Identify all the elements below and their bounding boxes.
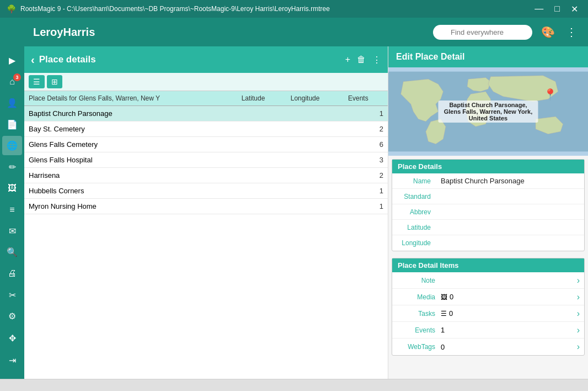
- titlebar-left: 🌳 RootsMagic 9 - C:\Users\harri\Document…: [7, 4, 330, 13]
- sidebar-item-print[interactable]: 🖨: [2, 264, 22, 283]
- table-row[interactable]: Hubbells Corners 1: [24, 183, 388, 199]
- item-icon: ☰: [441, 310, 447, 318]
- row-longitude: [286, 168, 344, 183]
- sidebar-item-home[interactable]: ⌂ 3: [2, 72, 22, 92]
- color-palette-icon[interactable]: 🎨: [539, 23, 557, 41]
- row-name: Harrisena: [24, 168, 237, 183]
- statusbar: [0, 379, 588, 391]
- row-longitude: [286, 183, 344, 199]
- table-row[interactable]: Glens Falls Hospital 3: [24, 152, 388, 168]
- col-name: Place Details for Glens Falls, Warren, N…: [24, 91, 237, 106]
- table-row[interactable]: Bay St. Cemetery 2: [24, 121, 388, 137]
- place-item-row[interactable]: Tasks ☰0 ›: [392, 305, 584, 322]
- table-row[interactable]: Harrisena 2: [24, 168, 388, 183]
- item-label: Media: [397, 293, 441, 301]
- chevron-right-icon[interactable]: ›: [577, 342, 580, 352]
- place-item-row[interactable]: Events 1 ›: [392, 322, 584, 339]
- map-container: Baptist Church Parsonage, Glens Falls, W…: [388, 67, 588, 156]
- place-item-row[interactable]: Media 🖼0 ›: [392, 289, 584, 305]
- chevron-right-icon[interactable]: ›: [577, 309, 580, 319]
- detail-field-row: Latitude: [392, 220, 584, 235]
- more-button[interactable]: ⋮: [372, 55, 381, 65]
- item-label: Events: [397, 326, 441, 334]
- settings-icon: ⚙: [8, 311, 16, 321]
- item-value: ☰0: [441, 309, 577, 318]
- document-icon: 📄: [7, 119, 18, 130]
- sidebar: ▶ ⌂ 3 👤 📄 🌐 ✏ 🖼 ≡ ✉ 🔍 🖨: [0, 46, 24, 379]
- minimize-button[interactable]: —: [531, 3, 547, 15]
- move-icon: ✥: [9, 333, 16, 344]
- sidebar-item-mail[interactable]: ✉: [2, 221, 22, 241]
- sidebar-item-settings[interactable]: ⚙: [2, 307, 22, 326]
- sidebar-item-search[interactable]: 🔍: [2, 242, 22, 262]
- detail-field-row: Standard: [392, 189, 584, 204]
- export-icon: ⇥: [9, 355, 16, 366]
- print-icon: 🖨: [8, 268, 17, 278]
- place-items-section: Place Detail Items Note › Media 🖼0 › Tas…: [392, 258, 585, 356]
- list-view-button[interactable]: ☰: [29, 75, 45, 88]
- sidebar-item-move[interactable]: ✥: [2, 328, 22, 348]
- edit-header: Edit Place Detail: [388, 46, 588, 67]
- detail-value: [436, 210, 584, 214]
- people-icon: 👤: [7, 98, 18, 108]
- sidebar-bottom: ✥ ⇥: [2, 328, 22, 374]
- chevron-right-icon[interactable]: ›: [577, 325, 580, 335]
- titlebar-controls: — □ ✕: [531, 3, 581, 15]
- chevron-right-icon[interactable]: ›: [577, 276, 580, 286]
- search-input[interactable]: [433, 25, 532, 40]
- sidebar-item-documents[interactable]: 📄: [2, 115, 22, 134]
- more-options-icon[interactable]: ⋮: [564, 23, 579, 41]
- map-view-button[interactable]: ⊞: [47, 75, 62, 88]
- search-wrapper: [433, 25, 532, 40]
- table-row[interactable]: Myron Nursing Home 1: [24, 199, 388, 214]
- row-events: 2: [344, 168, 388, 183]
- close-button[interactable]: ✕: [568, 3, 581, 15]
- detail-field-row: Name Baptist Church Parsonage: [392, 173, 584, 189]
- table-row[interactable]: Glens Falls Cemetery 6: [24, 137, 388, 152]
- places-table: Place Details for Glens Falls, Warren, N…: [24, 91, 388, 379]
- row-name: Myron Nursing Home: [24, 199, 237, 214]
- detail-value: [436, 225, 584, 230]
- row-longitude: [286, 106, 344, 121]
- edit-title: Edit Place Detail: [396, 52, 465, 61]
- sidebar-item-export[interactable]: ⇥: [2, 350, 22, 370]
- col-events: Events: [344, 91, 388, 106]
- place-fields: Name Baptist Church Parsonage Standard A…: [392, 173, 584, 251]
- table-row[interactable]: Baptist Church Parsonage 1: [24, 106, 388, 121]
- row-events: 1: [344, 106, 388, 121]
- detail-value: [436, 194, 584, 199]
- sidebar-item-tools[interactable]: ✂: [2, 286, 22, 305]
- maximize-button[interactable]: □: [551, 3, 563, 15]
- app-header: LeroyHarris 🎨 ⋮: [0, 18, 588, 46]
- panel-title: Place details: [39, 54, 341, 65]
- detail-label: Abbrev: [392, 206, 436, 218]
- detail-label: Name: [392, 175, 436, 187]
- row-latitude: [237, 183, 286, 199]
- row-name: Hubbells Corners: [24, 183, 237, 199]
- col-longitude: Longitude: [286, 91, 344, 106]
- home-badge: 3: [13, 73, 21, 81]
- sidebar-item-lists[interactable]: ≡: [2, 200, 22, 219]
- place-items-header: Place Detail Items: [392, 258, 584, 272]
- place-details-header: Place Details: [392, 160, 584, 173]
- view-toggles: ☰ ⊞: [24, 73, 388, 91]
- play-button[interactable]: ▶: [2, 51, 22, 70]
- sidebar-item-edit[interactable]: ✏: [2, 157, 22, 177]
- back-button[interactable]: ‹: [31, 54, 35, 66]
- chevron-right-icon[interactable]: ›: [577, 292, 580, 302]
- map-pin: 📍: [543, 88, 557, 101]
- sidebar-item-media[interactable]: 🖼: [2, 179, 22, 198]
- detail-label: Longitude: [392, 237, 436, 249]
- place-item-row[interactable]: Note ›: [392, 272, 584, 289]
- detail-value: [436, 241, 584, 245]
- place-item-row[interactable]: WebTags 0 ›: [392, 339, 584, 355]
- sidebar-item-globe[interactable]: 🌐: [2, 136, 22, 155]
- row-name: Glens Falls Hospital: [24, 152, 237, 168]
- sidebar-item-people[interactable]: 👤: [2, 93, 22, 113]
- row-longitude: [286, 121, 344, 137]
- delete-button[interactable]: 🗑: [357, 55, 366, 65]
- row-longitude: [286, 137, 344, 152]
- media-icon: 🖼: [8, 183, 17, 193]
- add-button[interactable]: +: [345, 55, 350, 65]
- item-value: 0: [441, 343, 577, 351]
